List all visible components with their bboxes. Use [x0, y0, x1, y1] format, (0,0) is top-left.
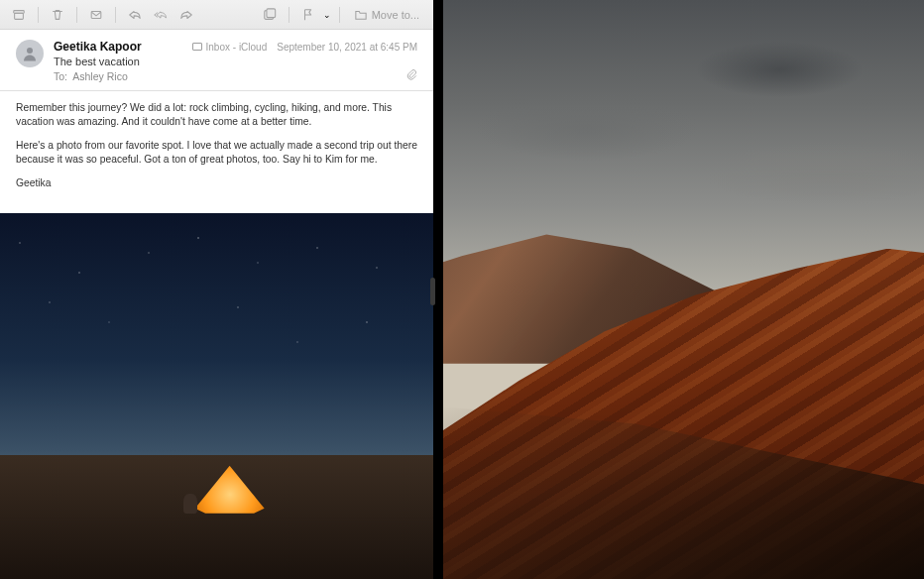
attachment-icon[interactable] — [406, 69, 417, 82]
trash-button[interactable] — [47, 4, 68, 26]
svg-rect-4 — [267, 8, 276, 17]
photo-tent — [195, 466, 265, 514]
toolbar-separator — [289, 7, 289, 23]
toolbar-separator — [38, 7, 39, 23]
reply-all-button[interactable] — [150, 4, 172, 26]
reply-button[interactable] — [124, 4, 146, 26]
toolbar-separator — [76, 7, 77, 23]
toolbar-separator — [115, 7, 116, 23]
message-body: Remember this journey? We did a lot: roc… — [0, 91, 433, 213]
split-handle[interactable] — [430, 278, 435, 305]
mail-window: ⌄ Move to... Geetika Kapoor Inbox - iClo… — [0, 0, 433, 579]
move-to-label: Move to... — [372, 9, 419, 21]
sender-name: Geetika Kapoor — [54, 40, 142, 54]
flag-menu-chevron-icon[interactable]: ⌄ — [323, 10, 331, 20]
mailbox-badge: Inbox - iCloud — [192, 42, 268, 53]
to-recipient: Ashley Rico — [72, 70, 127, 82]
svg-point-5 — [27, 48, 33, 54]
sender-avatar[interactable] — [16, 40, 44, 67]
message-subject: The best vacation — [54, 56, 417, 67]
photo-rocks — [443, 220, 924, 579]
new-message-button[interactable] — [259, 4, 281, 26]
body-signature: Geetika — [16, 176, 417, 190]
move-to-button[interactable]: Move to... — [348, 4, 425, 26]
to-label: To: — [54, 70, 67, 82]
archive-button[interactable] — [8, 4, 30, 26]
mail-toolbar: ⌄ Move to... — [0, 0, 433, 30]
flag-button[interactable] — [297, 4, 319, 26]
svg-rect-1 — [15, 13, 24, 19]
toolbar-separator — [339, 7, 340, 23]
attached-photo-tent[interactable] — [0, 213, 433, 579]
junk-button[interactable] — [85, 4, 107, 26]
mailbox-icon — [192, 43, 202, 51]
message-header: Geetika Kapoor Inbox - iCloud September … — [0, 30, 433, 91]
forward-button[interactable] — [175, 4, 197, 26]
split-view-divider[interactable] — [433, 0, 443, 579]
photo-window[interactable] — [443, 0, 924, 579]
body-paragraph: Here's a photo from our favorite spot. I… — [16, 139, 417, 167]
body-paragraph: Remember this journey? We did a lot: roc… — [16, 101, 417, 129]
mailbox-label: Inbox - iCloud — [206, 42, 268, 53]
message-date: September 10, 2021 at 6:45 PM — [277, 42, 417, 53]
